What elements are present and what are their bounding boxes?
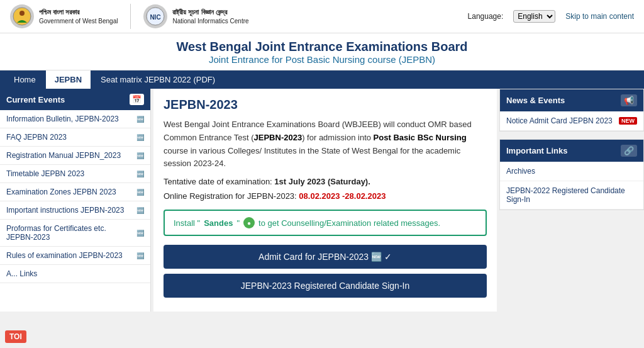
top-bar: পশ্চিম বাংলা সরকার Government of West Be… xyxy=(0,0,644,33)
sidebar-item-faq[interactable]: FAQ JEPBN 2023 🆕 xyxy=(0,128,150,147)
sandes-text1: Install " xyxy=(174,218,200,228)
nav-jepbn[interactable]: JEPBN xyxy=(46,70,91,89)
news-events-header: News & Events 📢 xyxy=(500,89,643,111)
language-label: Language: xyxy=(468,12,504,21)
logo-nic: NIC রাষ্ট্রীয় সূচনা বিজ্ঞান কেন্দ্র Nat… xyxy=(143,4,248,28)
new-badge-4: 🆕 xyxy=(136,189,144,196)
link-icon: 🔗 xyxy=(621,145,637,157)
navbar: Home JEPBN Seat matrix JEPBN 2022 (PDF) xyxy=(0,70,644,89)
top-bar-right: Language: English Bengali Skip to main c… xyxy=(468,10,634,23)
admit-card-button[interactable]: Admit Card for JEPBN-2023 🆕 ✓ xyxy=(164,245,487,269)
nav-seat-matrix[interactable]: Seat matrix JEPBN 2022 (PDF) xyxy=(92,70,224,89)
sub-title: Joint Entrance for Post Basic Nursing co… xyxy=(0,54,644,65)
sidebar-item-timetable[interactable]: Timetable JEPBN 2023 🆕 xyxy=(0,165,150,183)
language-select[interactable]: English Bengali xyxy=(513,10,555,23)
para1-bold1: JEPBN-2023 xyxy=(254,133,303,142)
sidebar-item-exam-zones[interactable]: Examination Zones JEPBN 2023 🆕 xyxy=(0,183,150,201)
new-badge-6: 🆕 xyxy=(136,230,144,237)
logo-gov: পশ্চিম বাংলা সরকার Government of West Be… xyxy=(10,4,118,28)
new-badge-1: 🆕 xyxy=(136,134,144,141)
sidebar-item-reg-manual[interactable]: Registration Manual JEPBN_2023 🆕 xyxy=(0,147,150,165)
new-badge-7: 🆕 xyxy=(136,252,144,259)
new-badge-3: 🆕 xyxy=(136,171,144,177)
news-item-admit-card[interactable]: Notice Admit Card JEPBN 2023 NEW xyxy=(500,111,643,131)
megaphone-icon: 📢 xyxy=(621,94,637,106)
sidebar-item-proformas[interactable]: Proformas for Certificates etc. JEPBN-20… xyxy=(0,220,150,247)
signin-button[interactable]: JEPBN-2023 Registered Candidate Sign-In xyxy=(164,274,487,298)
sandes-text3: to get Counselling/Examination related m… xyxy=(258,218,440,228)
calendar-icon: 📅 xyxy=(130,94,144,105)
important-links-header: Important Links 🔗 xyxy=(500,140,643,162)
important-links-panel: Important Links 🔗 Archives JEPBN-2022 Re… xyxy=(499,139,644,210)
sidebar-item-links[interactable]: A... Links xyxy=(0,265,150,283)
sidebar-header: Current Events 📅 xyxy=(0,89,150,110)
para1-bold2: Post Basic BSc Nursing xyxy=(374,133,467,142)
new-badge-5: 🆕 xyxy=(136,207,144,214)
reg-date: Online Registration for JEPBN-2023: 08.0… xyxy=(164,191,487,201)
sandes-brand: Sandes xyxy=(204,218,233,228)
gov-logo-icon xyxy=(10,4,34,28)
sandes-icon: ● xyxy=(243,217,255,228)
news-item-text: Notice Admit Card JEPBN 2023 xyxy=(506,116,613,125)
svg-point-1 xyxy=(19,11,25,16)
important-links-title: Important Links xyxy=(506,146,568,155)
nic-logo-icon: NIC xyxy=(143,4,167,28)
sidebar-item-rules[interactable]: Rules of examination JEPBN-2023 🆕 xyxy=(0,247,150,265)
right-panel: News & Events 📢 Notice Admit Card JEPBN … xyxy=(499,89,644,312)
new-tag-news: NEW xyxy=(619,117,637,125)
logo-divider xyxy=(130,4,131,29)
gov-logo-text: পশ্চিম বাংলা সরকার Government of West Be… xyxy=(39,8,118,25)
main-layout: Current Events 📅 Information Bulletin, J… xyxy=(0,89,644,312)
nav-home[interactable]: Home xyxy=(5,70,45,89)
svg-text:NIC: NIC xyxy=(150,14,161,21)
para1-text2: ) for admission into xyxy=(302,133,373,142)
news-events-title: News & Events xyxy=(506,96,565,105)
main-title: West Bengal Joint Entrance Examinations … xyxy=(0,40,644,54)
content-area: JEPBN-2023 West Bengal Joint Entrance Ex… xyxy=(153,89,497,312)
new-badge-2: 🆕 xyxy=(136,152,144,159)
sandes-box[interactable]: Install " Sandes " ● to get Counselling/… xyxy=(164,210,487,236)
sidebar-item-important-inst[interactable]: Important instructions JEPBN-2023 🆕 xyxy=(0,201,150,220)
new-badge-0: 🆕 xyxy=(136,116,144,123)
sandes-text2: " xyxy=(236,218,240,228)
sidebar: Current Events 📅 Information Bulletin, J… xyxy=(0,89,151,312)
news-events-panel: News & Events 📢 Notice Admit Card JEPBN … xyxy=(499,89,644,132)
logos-area: পশ্চিম বাংলা সরকার Government of West Be… xyxy=(10,4,249,29)
sidebar-item-info-bulletin[interactable]: Information Bulletin, JEPBN-2023 🆕 xyxy=(0,110,150,128)
title-section: West Bengal Joint Entrance Examinations … xyxy=(0,33,644,70)
link-jepbn2022-signin[interactable]: JEPBN-2022 Registered Candidate Sign-In xyxy=(500,181,643,210)
sidebar-header-label: Current Events xyxy=(6,95,65,104)
para1-text3: course in various Colleges/ Institutes i… xyxy=(164,146,460,169)
tentative-date: Tentative date of examination: 1st July … xyxy=(164,177,487,186)
page-title: JEPBN-2023 xyxy=(164,98,487,112)
link-archives[interactable]: Archives xyxy=(500,162,643,181)
skip-main-link[interactable]: Skip to main content xyxy=(565,12,634,21)
nic-logo-text: রাষ্ট্রীয় সূচনা বিজ্ঞান কেন্দ্র Nationa… xyxy=(172,8,248,25)
content-para1: West Bengal Joint Entrance Examinations … xyxy=(164,118,487,171)
